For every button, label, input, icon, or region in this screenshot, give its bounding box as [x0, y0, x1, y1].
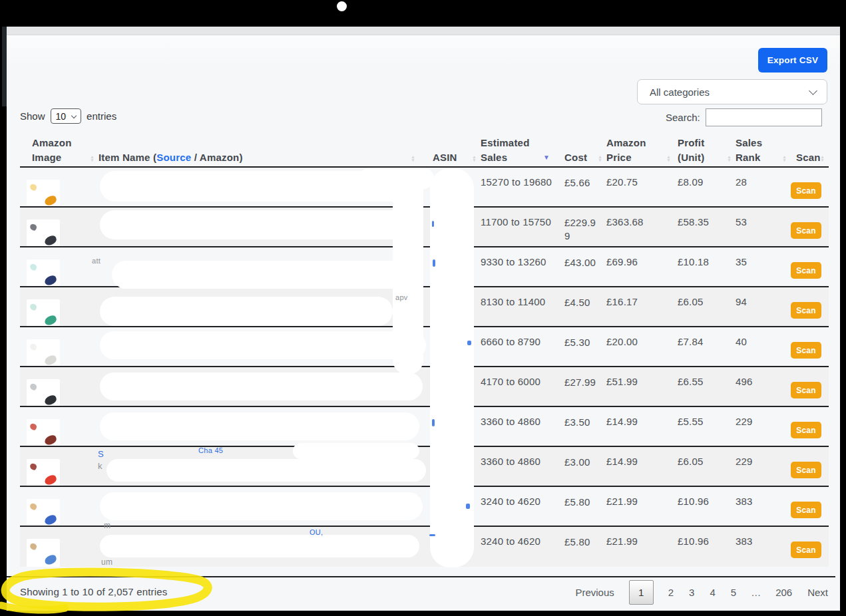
table-row: 4170 to 6000 £27.99 £51.99 £6.55 496 Sca…: [20, 367, 829, 407]
item-name-cell: [99, 208, 419, 246]
cost-cell: £5.66: [564, 168, 606, 206]
previous-page-button[interactable]: Previous: [574, 585, 614, 599]
profit-cell: £58.35: [678, 208, 736, 246]
scan-button[interactable]: Scan: [791, 302, 821, 319]
table-row: 3360 to 4860 £3.50 £14.99 £5.55 229 Scan: [20, 407, 829, 447]
column-header-item-name[interactable]: Item Name (Source / Amazon) ▲▼: [99, 146, 419, 171]
estimated-sales-cell: 3360 to 4860: [481, 447, 564, 486]
scan-button[interactable]: Scan: [791, 422, 821, 438]
profit-cell: £5.55: [678, 407, 736, 446]
product-image[interactable]: [27, 180, 60, 206]
show-label: Show: [20, 110, 45, 122]
category-dropdown[interactable]: All categories: [637, 79, 827, 104]
sort-icons: ▲▼: [90, 155, 95, 162]
table-row: 3360 to 4860 £3.00 £14.99 £6.05 229 Scan: [20, 447, 829, 487]
amazon-price-cell: £69.96: [606, 247, 678, 286]
item-name-cell: [99, 247, 419, 286]
sort-icons: ▲▼: [472, 155, 477, 162]
product-image[interactable]: [27, 259, 60, 286]
page-button-5[interactable]: 5: [730, 585, 737, 599]
profit-cell: £6.55: [678, 367, 736, 406]
asin-cell: [419, 447, 481, 486]
page-button-206[interactable]: 206: [775, 585, 793, 599]
table-row: 3240 to 4620 £5.80 £21.99 £10.96 383 Sca…: [20, 527, 829, 567]
product-image[interactable]: [27, 499, 60, 526]
product-image[interactable]: [27, 419, 60, 446]
entries-summary: Showing 1 to 10 of 2,057 entries: [20, 586, 168, 597]
cost-cell: £3.50: [564, 407, 606, 446]
sales-rank-cell: 40: [736, 327, 791, 366]
item-name-cell: [99, 407, 419, 446]
product-image[interactable]: [27, 339, 60, 366]
search-input[interactable]: [706, 108, 822, 126]
amazon-price-cell: £21.99: [606, 527, 678, 567]
amazon-price-cell: £20.75: [606, 168, 678, 206]
scan-button[interactable]: Scan: [791, 222, 821, 239]
column-header-amazon-price[interactable]: Amazon Price ▲▼: [606, 132, 678, 171]
estimated-sales-cell: 4170 to 6000: [481, 367, 564, 406]
column-header-estimated-sales[interactable]: Estimated Sales ▼: [481, 132, 564, 171]
cost-cell: £229.99: [564, 208, 606, 246]
export-csv-button[interactable]: Export CSV: [758, 48, 827, 73]
page-button-3[interactable]: 3: [688, 585, 695, 599]
scan-button[interactable]: Scan: [791, 382, 821, 398]
scan-button[interactable]: Scan: [791, 502, 821, 518]
asin-cell: [419, 168, 481, 206]
page-button-4[interactable]: 4: [709, 585, 716, 599]
table-header-row: Amazon Image ▲▼ Item Name (Source / Amaz…: [20, 132, 829, 168]
cost-cell: £5.80: [564, 527, 606, 567]
scan-button[interactable]: Scan: [791, 342, 821, 359]
entries-per-page-select[interactable]: 10: [51, 108, 82, 124]
asin-cell: [419, 208, 481, 246]
asin-cell: [419, 407, 481, 446]
amazon-price-cell: £51.99: [606, 367, 678, 406]
scan-button[interactable]: Scan: [791, 262, 821, 279]
chevron-down-icon: [71, 112, 77, 118]
product-image[interactable]: [27, 459, 60, 486]
search-label: Search:: [666, 112, 700, 123]
column-header-cost[interactable]: Cost ▲▼: [564, 146, 606, 171]
column-header-amazon-image[interactable]: Amazon Image ▲▼: [20, 132, 99, 171]
item-name-cell: [99, 487, 419, 526]
product-image[interactable]: [27, 379, 60, 406]
asin-cell: [419, 327, 481, 366]
item-name-cell: [99, 447, 419, 486]
cost-cell: £5.80: [564, 487, 606, 526]
cost-cell: £43.00: [564, 247, 606, 286]
scan-button[interactable]: Scan: [791, 541, 821, 558]
column-header-profit-unit[interactable]: Profit (Unit) ▲▼: [678, 132, 736, 171]
sort-descending-icon: ▼: [543, 154, 550, 161]
product-image[interactable]: [27, 299, 60, 326]
profit-cell: £8.09: [678, 168, 736, 206]
sort-icons: ▲▼: [820, 155, 825, 162]
scan-button[interactable]: Scan: [791, 462, 821, 478]
item-name-cell: [99, 168, 419, 206]
table-row: 11700 to 15750 £229.99 £363.68 £58.35 53…: [20, 208, 829, 247]
cost-cell: £5.30: [564, 327, 606, 366]
estimated-sales-cell: 11700 to 15750: [481, 208, 564, 246]
column-header-sales-rank[interactable]: Sales Rank ▲▼: [736, 132, 791, 171]
estimated-sales-cell: 6660 to 8790: [481, 327, 564, 366]
sort-icons: ▲▼: [727, 155, 732, 162]
estimated-sales-cell: 9330 to 13260: [481, 247, 564, 286]
column-header-asin[interactable]: ASIN ▲▼: [419, 146, 481, 171]
chevron-down-icon: [809, 86, 817, 95]
table-row: 15270 to 19680 £5.66 £20.75 £8.09 28 Sca…: [20, 168, 829, 208]
next-page-button[interactable]: Next: [807, 585, 829, 599]
page-button-1[interactable]: 1: [629, 580, 654, 605]
page-ellipsis: …: [751, 587, 761, 598]
browser-chrome-strip: [7, 27, 840, 35]
product-image[interactable]: [27, 220, 60, 246]
estimated-sales-cell: 3240 to 4620: [481, 527, 564, 567]
page-button-2[interactable]: 2: [668, 585, 674, 599]
estimated-sales-cell: 15270 to 19680: [481, 168, 564, 206]
table-bottom-border: [7, 576, 835, 577]
scan-button[interactable]: Scan: [791, 182, 821, 199]
column-header-scan[interactable]: Scan ▲▼: [791, 146, 829, 171]
product-image[interactable]: [27, 539, 60, 567]
sales-rank-cell: 53: [736, 208, 791, 246]
sort-icons: ▲▼: [782, 155, 787, 162]
sort-icons: ▲▼: [598, 155, 602, 162]
table-row: 3240 to 4620 £5.80 £21.99 £10.96 383 Sca…: [20, 487, 829, 527]
asin-cell: [419, 487, 481, 526]
